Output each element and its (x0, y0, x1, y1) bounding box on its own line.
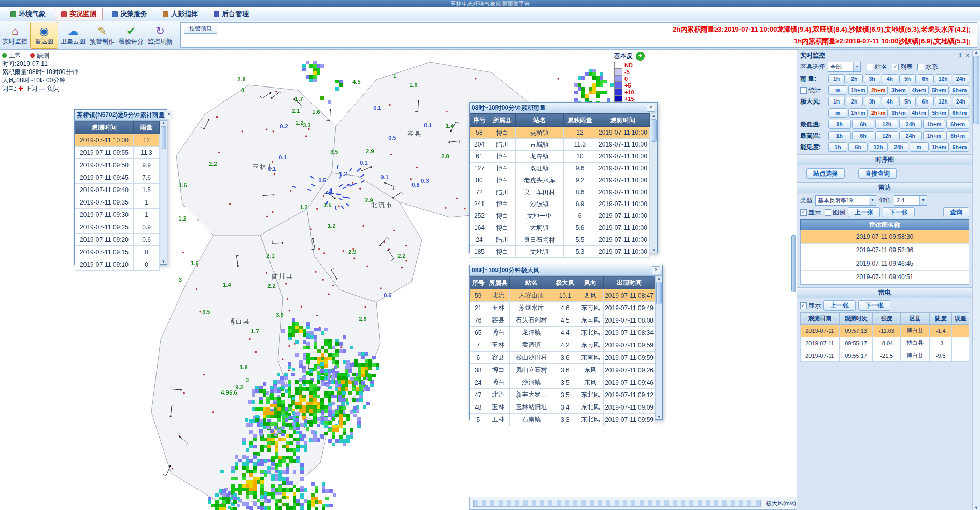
warning-tab[interactable]: 预警信息 (184, 24, 217, 34)
table-row[interactable]: 185博白文地镇5.32019-07-11 10:00 (470, 246, 650, 258)
station-select-button[interactable]: 站点选择 (806, 168, 845, 179)
table-row[interactable]: 61博白龙潭镇102019-07-11 10:00 (470, 151, 650, 163)
panel-splitter[interactable] (791, 235, 796, 292)
close-icon[interactable]: × (165, 111, 173, 119)
scroll-up-icon[interactable]: ▲ (162, 121, 166, 125)
table-row[interactable]: 76容县石头石剑村4.5东南风2019-07-11 08:08 (470, 314, 655, 327)
range-button-2h[interactable]: 2h (846, 74, 862, 83)
table-row[interactable]: 7玉林卖酒镇4.2东南风2019-07-11 09:59 (470, 339, 655, 352)
scroll-up-icon[interactable]: ▲ (657, 276, 661, 281)
range-button-m[interactable]: m (828, 108, 847, 118)
menu-item-决策服务[interactable]: 决策服务 (106, 8, 153, 20)
checkbox-box[interactable]: ✓ (800, 302, 807, 309)
scroll-up-icon[interactable]: ▲ (652, 113, 656, 118)
checkbox-box[interactable] (825, 209, 831, 216)
toolbar-button-监控刷新[interactable]: ↻监控刷新 (146, 22, 174, 49)
scroll-thumb[interactable] (973, 56, 979, 124)
menu-item-后台管理[interactable]: 后台管理 (207, 8, 255, 20)
range-button-5h[interactable]: 5h (899, 97, 916, 106)
range-button-2h[interactable]: 2h (846, 97, 862, 106)
radar-list-item[interactable]: 2019-07-11 09:46:45 (801, 257, 969, 271)
range-button-6h+m[interactable]: 6h+m (950, 108, 969, 118)
table-row[interactable]: 2019-07-11 09:5511.3 (75, 147, 160, 159)
checkbox-统计[interactable]: 统计 (800, 86, 827, 95)
range-button-6h+m[interactable]: 6h+m (946, 131, 969, 140)
lightning-next-button[interactable]: 下一张 (858, 300, 890, 311)
range-button-2h+m[interactable]: 2h+m (869, 108, 888, 118)
window-titlebar[interactable]: 英桥镇(N5702)逐5分钟累计雨量 × (75, 110, 167, 121)
checkbox-站名[interactable]: 站名 (867, 63, 887, 71)
window-titlebar[interactable]: 08时~10时00分钟极大风 × (470, 265, 662, 276)
radar-list-item[interactable]: 2019-07-11 09:58:30 (801, 230, 969, 244)
range-button-24h[interactable]: 24h (899, 131, 922, 140)
table-row[interactable]: 24陆川良田石垌村5.52019-07-11 10:00 (470, 234, 650, 246)
scroll-down-icon[interactable]: ▼ (974, 505, 979, 510)
table-row[interactable]: 38博白凤山立石村3.6东风2019-07-11 09:26 (470, 364, 655, 376)
range-button-1h+m[interactable]: 1h+m (930, 142, 949, 152)
range-button-6h[interactable]: 6h (848, 142, 868, 152)
close-icon[interactable]: × (647, 104, 655, 112)
table-row[interactable]: 2019-07-11 09:457.6 (75, 171, 160, 184)
scroll-down-icon[interactable]: ▼ (162, 259, 166, 264)
menu-item-实况监测[interactable]: 实况监测 (55, 8, 103, 20)
range-button-12h[interactable]: 12h (935, 74, 951, 83)
range-button-4h[interactable]: 4h (882, 74, 898, 83)
range-button-1h+m[interactable]: 1h+m (848, 85, 868, 95)
range-button-12h[interactable]: 12h (875, 120, 898, 129)
range-button-12h[interactable]: 12h (869, 142, 888, 152)
range-button-12h[interactable]: 12h (935, 97, 951, 106)
checkbox-显示[interactable]: ✓显示 (800, 301, 821, 310)
table-row[interactable]: 5玉林石南镇3.3东北风2019-07-11 09:59 (470, 414, 655, 426)
radar-prev-button[interactable]: 上一张 (848, 207, 880, 217)
table-row[interactable]: 2019-07-11 09:150 (75, 246, 160, 258)
scroll-thumb[interactable] (656, 282, 662, 304)
pin-icon[interactable]: ↥ (958, 52, 962, 59)
range-button-24h[interactable]: 24h (953, 74, 969, 83)
range-button-6h+m[interactable]: 6h+m (946, 120, 969, 129)
table-row[interactable]: 80博白老虎头水库9.22019-07-11 10:00 (470, 174, 650, 186)
range-button-1h+m[interactable]: 1h+m (848, 108, 868, 118)
checkbox-水系[interactable]: 水系 (917, 63, 938, 71)
checkbox-box[interactable] (917, 64, 924, 70)
range-button-3h[interactable]: 3h (864, 74, 880, 83)
page-scrollbar[interactable]: ▲ ▼ (972, 50, 980, 510)
scroll-thumb[interactable] (161, 126, 166, 149)
range-button-1h+m[interactable]: 1h+m (923, 131, 946, 140)
range-button-6h[interactable]: 6h (852, 120, 875, 129)
range-button-6h[interactable]: 6h (917, 74, 933, 83)
table-row[interactable]: 2019-07-11 09:301 (75, 209, 160, 221)
table-row[interactable]: 252博白文地一中62019-07-11 10:00 (470, 210, 650, 222)
lightning-prev-button[interactable]: 上一张 (823, 300, 856, 311)
range-button-1h[interactable]: 1h (828, 120, 851, 129)
table-row[interactable]: 2019-07-11 09:401.5 (75, 184, 160, 196)
table-row[interactable]: 59北流大容山顶10.1西风2019-07-11 08:47 (470, 289, 655, 302)
checkbox-图例[interactable]: 图例 (825, 208, 845, 217)
table-row[interactable]: 72陆川良田车田村8.62019-07-11 10:00 (470, 186, 650, 198)
toolbar-button-实时监控[interactable]: ⌂实时监控 (1, 22, 29, 49)
panel-close-icon[interactable]: × (966, 52, 969, 59)
table-row[interactable]: 204陆川古城镇11.32019-07-11 10:00 (470, 139, 650, 151)
table-row[interactable]: 2019-07-1109:55:17-8.04博白县-3 (801, 337, 969, 349)
range-button-5h+m[interactable]: 5h+m (930, 108, 949, 118)
table-row[interactable]: 47北流新丰大罗…3.5东北风2019-07-11 09:12 (470, 389, 655, 401)
radar-type-select[interactable]: 基本反射率19 ▼ (815, 195, 876, 206)
range-button-1h[interactable]: 1h (828, 142, 847, 152)
range-button-6h[interactable]: 6h (917, 97, 933, 106)
scroll-up-icon[interactable]: ▲ (974, 50, 979, 55)
range-button-2h+m[interactable]: 2h+m (869, 85, 888, 95)
close-icon[interactable]: × (652, 266, 660, 274)
table-row[interactable]: 2019-07-11 09:100 (75, 258, 160, 271)
table-row[interactable]: 2019-07-11 09:200.6 (75, 234, 160, 246)
checkbox-box[interactable] (867, 64, 873, 70)
radar-list-item[interactable]: 2019-07-11 09:40:51 (801, 271, 969, 284)
table-row[interactable]: 58博白英桥镇122019-07-11 10:00 (470, 127, 650, 139)
toolbar-button-卫星云图[interactable]: ☁卫星云图 (59, 22, 87, 49)
radar-query-button[interactable]: 查询 (943, 207, 969, 217)
scrollbar[interactable]: ▲▼ (655, 276, 662, 419)
window-titlebar[interactable]: 08时~10时00分钟累积雨量 × (470, 103, 657, 113)
range-button-5h+m[interactable]: 5h+m (930, 85, 949, 95)
table-row[interactable]: 164博白大垌镇5.62019-07-11 10:00 (470, 222, 650, 234)
range-button-24h[interactable]: 24h (953, 97, 969, 106)
range-button-3h[interactable]: 3h (864, 97, 880, 106)
table-row[interactable]: 2019-07-11 09:250.9 (75, 221, 160, 234)
